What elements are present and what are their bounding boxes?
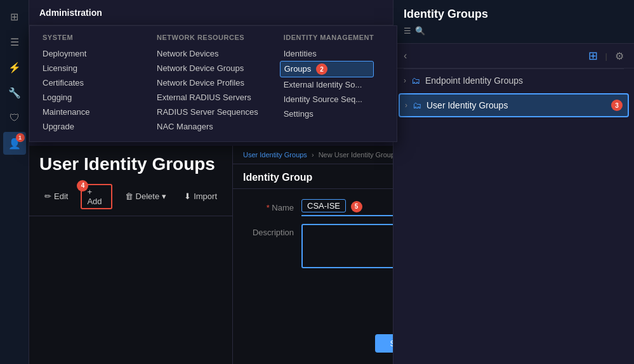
- name-label: * Name: [243, 199, 294, 212]
- sidebar: ⊞ ☰ ⚡ 🔧 🛡 👤 1: [0, 0, 29, 364]
- step-5-badge: 5: [351, 201, 362, 212]
- uig-page-title: User Identity Groups: [29, 146, 232, 180]
- menu-section-system: System Deployment Licensing Certificates…: [30, 34, 144, 134]
- step-1-badge: 1: [16, 133, 25, 142]
- ig-table-icon: ⊞: [588, 49, 598, 63]
- menu-deployment[interactable]: Deployment: [43, 46, 131, 61]
- breadcrumb-current: New User Identity Group: [319, 151, 395, 159]
- menu-network-devices[interactable]: Network Devices: [157, 46, 258, 61]
- uig-page: User Identity Groups ✏ Edit + Add 4 🗑 De…: [29, 146, 232, 364]
- sidebar-icon-chart[interactable]: ⚡: [3, 56, 26, 79]
- menu-settings[interactable]: Settings: [284, 107, 374, 121]
- sidebar-icon-grid[interactable]: ⊞: [3, 5, 26, 28]
- search-icon: 🔍: [415, 26, 425, 36]
- menu-maintenance[interactable]: Maintenance: [43, 105, 131, 119]
- ig-title: Identity Groups: [404, 8, 624, 21]
- ig-toolbar: ‹ ⊞ | ⚙: [393, 44, 634, 68]
- description-label: Description: [243, 224, 294, 237]
- network-section-title: Network Resources: [157, 34, 258, 41]
- tree-item-user[interactable]: › 🗂 User Identity Groups 3: [399, 93, 629, 117]
- menu-network-device-groups[interactable]: Network Device Groups: [157, 61, 258, 75]
- user-groups-label: User Identity Groups: [426, 100, 508, 110]
- menu-licensing[interactable]: Licensing: [43, 61, 131, 75]
- tree-item-endpoint[interactable]: › 🗂 Endpoint Identity Groups: [393, 69, 634, 92]
- uig-delete-button[interactable]: 🗑 Delete ▾: [120, 190, 172, 203]
- menu-identities[interactable]: Identities: [284, 46, 374, 61]
- uig-add-button[interactable]: + Add 4: [81, 184, 112, 209]
- name-value: CSA-ISE: [301, 199, 346, 212]
- edit-icon: ✏: [44, 192, 51, 201]
- menu-upgrade[interactable]: Upgrade: [43, 119, 131, 134]
- ig-search[interactable]: ☰ 🔍: [404, 26, 624, 36]
- sidebar-icon-layers[interactable]: ☰: [3, 30, 26, 53]
- uig-import-button[interactable]: ⬇ Import: [179, 190, 222, 203]
- ig-back-button[interactable]: ‹: [404, 50, 407, 62]
- trash-icon: 🗑: [125, 192, 133, 201]
- menu-section-identity: Identity Management Identities Groups 2 …: [271, 34, 387, 134]
- menu-groups[interactable]: Groups 2: [280, 61, 374, 77]
- delete-arrow-icon: ▾: [162, 192, 166, 201]
- step-4-badge: 4: [77, 180, 88, 192]
- breadcrumb-separator: ›: [312, 151, 314, 159]
- endpoint-groups-label: Endpoint Identity Groups: [425, 75, 523, 86]
- menu-section-network: Network Resources Network Devices Networ…: [144, 34, 271, 134]
- breadcrumb-link[interactable]: User Identity Groups: [243, 151, 307, 159]
- ig-header: Identity Groups ☰ 🔍: [393, 0, 634, 44]
- menu-external-identity-sources[interactable]: External Identity So...: [284, 77, 374, 92]
- ig-gear-icon[interactable]: ⚙: [615, 50, 624, 62]
- uig-edit-button[interactable]: ✏ Edit: [39, 190, 73, 203]
- sidebar-icon-shield[interactable]: 🛡: [3, 107, 26, 129]
- menu-external-radius[interactable]: External RADIUS Servers: [157, 90, 258, 105]
- ig-divider-v: |: [605, 51, 607, 61]
- chevron-endpoint: ›: [404, 76, 406, 85]
- import-icon: ⬇: [184, 192, 191, 201]
- top-nav-title: Administration: [39, 8, 102, 18]
- chevron-user: ›: [405, 101, 407, 110]
- menu-identity-source-seq[interactable]: Identity Source Seq...: [284, 92, 374, 107]
- uig-page-toolbar: ✏ Edit + Add 4 🗑 Delete ▾ ⬇ Import: [29, 180, 232, 216]
- required-star: *: [267, 203, 270, 212]
- menu-network-device-profiles[interactable]: Network Device Profiles: [157, 75, 258, 90]
- sidebar-icon-user[interactable]: 👤 1: [3, 132, 26, 155]
- step-3-badge: 3: [611, 100, 623, 111]
- menu-radius-sequences[interactable]: RADIUS Server Sequences: [157, 105, 258, 119]
- folder-endpoint-icon: 🗂: [411, 75, 420, 86]
- search-menu-icon: ☰: [404, 26, 411, 36]
- sidebar-icon-tool[interactable]: 🔧: [3, 81, 26, 104]
- ig-toolbar-right: ⊞ | ⚙: [588, 49, 624, 63]
- identity-section-title: Identity Management: [284, 34, 374, 41]
- identity-groups-panel: Identity Groups ☰ 🔍 ‹ ⊞ | ⚙ › 🗂 Endpoint…: [393, 0, 634, 364]
- menu-logging[interactable]: Logging: [43, 90, 131, 105]
- menu-nac-managers[interactable]: NAC Managers: [157, 119, 258, 134]
- folder-user-icon: 🗂: [413, 100, 421, 110]
- dropdown-menu: System Deployment Licensing Certificates…: [29, 25, 397, 142]
- menu-certificates[interactable]: Certificates: [43, 75, 131, 90]
- step-2-badge: 2: [316, 63, 327, 75]
- system-section-title: System: [43, 34, 131, 41]
